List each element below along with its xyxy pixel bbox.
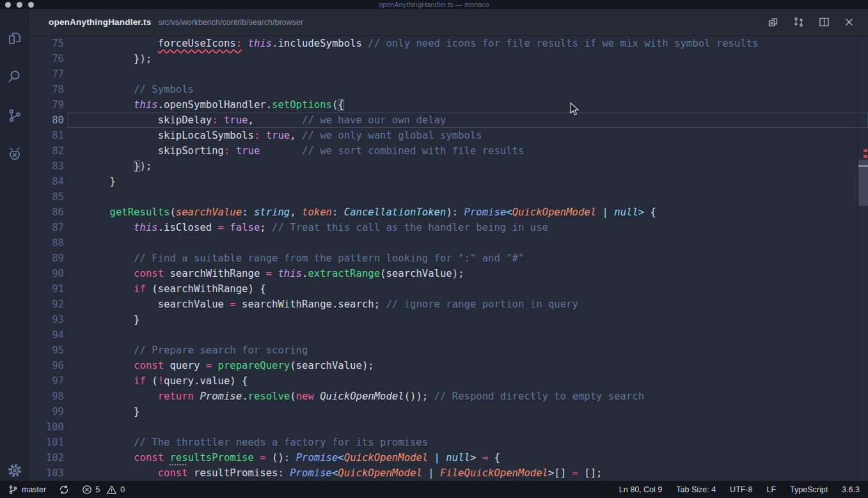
line-content: [86, 419, 868, 435]
code-line[interactable]: 103 const resultPromises: Promise<QuickO…: [29, 465, 868, 481]
status-bar: master 5 0 Ln 80, Col 9 Tab S: [0, 481, 868, 498]
code-line[interactable]: 78 // Symbols: [29, 82, 868, 97]
code-line[interactable]: 77: [29, 66, 868, 82]
warnings-icon: [106, 485, 117, 495]
line-number[interactable]: 81: [29, 128, 86, 143]
code-line[interactable]: 102 const resultsPromise = (): Promise<Q…: [29, 450, 868, 465]
code-line[interactable]: 83 });: [29, 159, 868, 174]
code-line[interactable]: 97 if (!query.value) {: [29, 373, 868, 389]
close-editor-button[interactable]: [844, 17, 854, 27]
error-marker: [864, 155, 867, 158]
line-number[interactable]: 101: [29, 435, 86, 450]
sync-changes-button[interactable]: [59, 485, 69, 495]
line-number[interactable]: 103: [29, 465, 86, 481]
code-line[interactable]: 84 }: [29, 174, 868, 189]
git-branch-icon: [8, 485, 18, 495]
line-number[interactable]: 80: [29, 113, 86, 128]
line-number[interactable]: 88: [29, 235, 86, 251]
git-branch-status[interactable]: master: [8, 485, 46, 495]
overview-ruler-border: [858, 36, 858, 481]
line-number[interactable]: 100: [29, 419, 86, 435]
code-line[interactable]: 99 }: [29, 404, 868, 419]
sidebar-item-explorer[interactable]: [0, 26, 29, 51]
code-line[interactable]: 85: [29, 189, 868, 205]
code-line[interactable]: 90 const searchWithRange = this.extractR…: [29, 266, 868, 281]
sidebar-item-source-control[interactable]: [0, 103, 29, 128]
line-content: // Symbols: [86, 82, 868, 97]
line-number[interactable]: 99: [29, 404, 86, 419]
line-number[interactable]: 90: [29, 266, 86, 281]
code-line[interactable]: 95 // Prepare search for scoring: [29, 343, 868, 358]
line-number[interactable]: 75: [29, 36, 86, 51]
code-line[interactable]: 87 this.isClosed = false; // Treat this …: [29, 220, 868, 235]
code-line[interactable]: 79 this.openSymbolHandler.setOptions({: [29, 97, 868, 113]
sidebar-item-search[interactable]: [0, 64, 29, 89]
open-changes-button[interactable]: [768, 17, 778, 27]
typescript-version-status[interactable]: 3.6.3: [842, 485, 860, 494]
sidebar-item-debug[interactable]: [0, 141, 29, 167]
code-line[interactable]: 75 forceUseIcons: this.includeSymbols //…: [29, 36, 868, 51]
line-content: [86, 189, 868, 205]
line-content: skipSorting: true // we sort combined wi…: [86, 143, 868, 159]
line-number[interactable]: 85: [29, 189, 86, 205]
line-number[interactable]: 89: [29, 251, 86, 266]
error-count: 5: [95, 485, 100, 494]
line-content: });: [86, 51, 868, 66]
line-content: [86, 235, 868, 251]
code-line[interactable]: 80 skipDelay: true, // we have our own d…: [29, 113, 868, 128]
line-number[interactable]: 91: [29, 281, 86, 297]
line-number[interactable]: 95: [29, 343, 86, 358]
line-content: // The throttler needs a factory for its…: [86, 435, 868, 450]
code-line[interactable]: 76 });: [29, 51, 868, 66]
split-editor-button[interactable]: [819, 17, 830, 27]
encoding-status[interactable]: UTF-8: [730, 485, 752, 494]
eol-status[interactable]: LF: [767, 485, 777, 494]
line-number[interactable]: 97: [29, 373, 86, 389]
debug-icon: [6, 146, 23, 162]
code-line[interactable]: 91 if (searchWithRange) {: [29, 281, 868, 297]
line-number[interactable]: 78: [29, 82, 86, 97]
tab-open-anything-handler[interactable]: openAnythingHandler.ts src/vs/workbench/…: [29, 17, 303, 27]
line-number[interactable]: 86: [29, 205, 86, 220]
code-line[interactable]: 89 // Find a suitable range from the pat…: [29, 251, 868, 266]
line-number[interactable]: 76: [29, 51, 86, 66]
line-number[interactable]: 92: [29, 297, 86, 312]
tab-size-status[interactable]: Tab Size: 4: [676, 485, 716, 494]
code-line[interactable]: 101 // The throttler needs a factory for…: [29, 435, 868, 450]
line-number[interactable]: 93: [29, 312, 86, 327]
code-editor[interactable]: 75 forceUseIcons: this.includeSymbols //…: [29, 36, 868, 481]
line-number[interactable]: 87: [29, 220, 86, 235]
line-content: });: [86, 159, 868, 174]
line-number[interactable]: 79: [29, 97, 86, 113]
line-content: const resultsPromise = (): Promise<Quick…: [86, 450, 868, 465]
line-number[interactable]: 83: [29, 159, 86, 174]
window-title: openAnythingHandler.ts — monaco: [0, 0, 868, 9]
code-line[interactable]: 86 getResults(searchValue: string, token…: [29, 205, 868, 220]
line-number[interactable]: 77: [29, 66, 86, 82]
code-line[interactable]: 98 return Promise.resolve(new QuickOpenM…: [29, 389, 868, 404]
line-content: [86, 327, 868, 343]
cursor-position-status[interactable]: Ln 80, Col 9: [619, 485, 662, 494]
vertical-scrollbar[interactable]: [858, 160, 868, 206]
code-line[interactable]: 96 const query = prepareQuery(searchValu…: [29, 358, 868, 373]
line-number[interactable]: 98: [29, 389, 86, 404]
code-line[interactable]: 81 skipLocalSymbols: true, // we only wa…: [29, 128, 868, 143]
line-number[interactable]: 102: [29, 450, 86, 465]
warning-count: 0: [120, 485, 125, 494]
code-line[interactable]: 94: [29, 327, 868, 343]
code-line[interactable]: 82 skipSorting: true // we sort combined…: [29, 143, 868, 159]
line-content: }: [86, 312, 868, 327]
manage-settings-item[interactable]: [0, 458, 29, 483]
compare-changes-button[interactable]: [793, 17, 804, 27]
language-mode-status[interactable]: TypeScript: [790, 485, 828, 494]
line-number[interactable]: 94: [29, 327, 86, 343]
code-line[interactable]: 92 searchValue = searchWithRange.search;…: [29, 297, 868, 312]
problems-status[interactable]: 5 0: [82, 485, 125, 495]
line-number[interactable]: 82: [29, 143, 86, 159]
compare-changes-icon: [793, 17, 804, 27]
code-line[interactable]: 93 }: [29, 312, 868, 327]
code-line[interactable]: 88: [29, 235, 868, 251]
code-line[interactable]: 100: [29, 419, 868, 435]
line-number[interactable]: 96: [29, 358, 86, 373]
line-number[interactable]: 84: [29, 174, 86, 189]
